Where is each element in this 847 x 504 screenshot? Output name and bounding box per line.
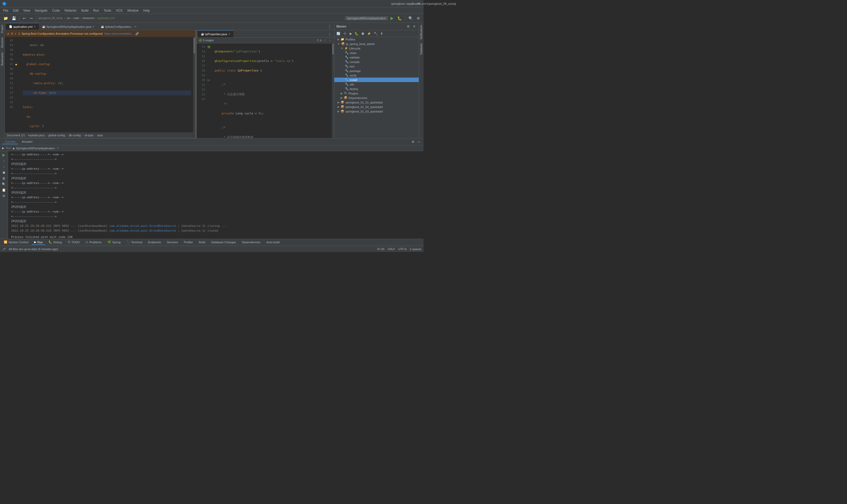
bottom-tab-spring[interactable]: 🌿 Spring bbox=[105, 240, 123, 245]
console-clear-btn[interactable]: 🗑 bbox=[1, 176, 6, 181]
bottom-tab-profiler[interactable]: Profiler bbox=[181, 240, 196, 245]
status-position[interactable]: 47:20 bbox=[377, 248, 384, 251]
breadcrumb-auto[interactable]: auto bbox=[97, 134, 103, 137]
bottom-tab-problems[interactable]: ⚠ Problems bbox=[83, 240, 104, 245]
notifications-tab[interactable]: Notifications bbox=[419, 23, 423, 41]
java-pane-options[interactable]: ⋮ bbox=[327, 32, 333, 37]
sidebar-project-tab[interactable]: Project bbox=[0, 23, 4, 35]
console-scroll-down[interactable]: ↓ bbox=[2, 164, 6, 169]
maven-refresh-button[interactable]: 🔄 bbox=[335, 31, 341, 36]
maven-project-2[interactable]: ▶ 📦 springboot_01_02_quickstart bbox=[334, 105, 419, 109]
toolbar-open-button[interactable]: 📁 bbox=[2, 15, 9, 21]
maven-run-button[interactable]: ▶ bbox=[348, 31, 353, 36]
maven-lifecycle-item[interactable]: ▼ ⚡ Lifecycle bbox=[334, 46, 419, 51]
sidebar-bookmarks-tab[interactable]: Bookmarks bbox=[0, 50, 4, 68]
breadcrumb-mybatis[interactable]: mybatis-plus: bbox=[28, 134, 45, 137]
console-scroll-up[interactable]: ↑ bbox=[2, 159, 6, 163]
next-warning-button[interactable]: ↓ bbox=[328, 38, 332, 42]
maven-download-button[interactable]: ⬇ bbox=[379, 31, 384, 36]
bottom-tab-services[interactable]: Services bbox=[164, 240, 181, 245]
maven-settings-button[interactable]: ⚙ bbox=[406, 24, 411, 29]
tab-ipautoconfiguration[interactable]: ☕ IpAutoConfiguration... ✕ bbox=[98, 23, 140, 30]
menu-item-run[interactable]: Run bbox=[91, 8, 101, 13]
bottom-tab-build[interactable]: Build bbox=[196, 240, 208, 245]
menu-item-help[interactable]: Help bbox=[141, 8, 152, 13]
menu-item-code[interactable]: Code bbox=[50, 8, 62, 13]
console-settings-btn-left[interactable]: ⚙ bbox=[1, 194, 6, 198]
bottom-tab-auto-build[interactable]: Auto-build bbox=[264, 240, 282, 245]
console-filter-btn[interactable]: 🔍 bbox=[1, 182, 7, 186]
console-tab-console[interactable]: Console bbox=[2, 140, 18, 144]
bottom-tab-version-control[interactable]: 🔀 Version Control bbox=[1, 240, 31, 245]
bottom-tab-debug[interactable]: 🐛 Debug bbox=[46, 240, 64, 245]
status-crlf[interactable]: CRLF bbox=[388, 248, 395, 251]
maven-add-button[interactable]: ➕ bbox=[342, 31, 348, 36]
status-indent[interactable]: 2 spaces bbox=[410, 248, 421, 251]
bottom-tab-database-changes[interactable]: Database Changes bbox=[209, 240, 239, 245]
maven-debug-maven-button[interactable]: 🐛 bbox=[354, 31, 360, 36]
maven-project-3[interactable]: ▶ 📦 springboot_01_03_quickstart bbox=[334, 109, 419, 113]
console-content[interactable]: +-----ip-address-----+--num--+ +--------… bbox=[8, 151, 424, 239]
maven-deploy-item[interactable]: 🔧 deploy bbox=[334, 87, 419, 91]
maven-generate-sources-button[interactable]: 🔨 bbox=[373, 31, 379, 36]
yaml-scrollbar[interactable] bbox=[193, 37, 195, 132]
menu-item-navigate[interactable]: Navigate bbox=[33, 8, 50, 13]
maven-compile-item[interactable]: 🔧 compile bbox=[334, 59, 419, 64]
menu-item-build[interactable]: Build bbox=[79, 8, 91, 13]
tab-springboot-app[interactable]: ☕ Springboot08SsmpApplication.java ✕ bbox=[39, 23, 98, 30]
tab-close-ip-properties[interactable]: ✕ bbox=[228, 33, 230, 35]
maven-dependencies-item[interactable]: ▶ 📦 Dependencies bbox=[334, 95, 419, 100]
bottom-tab-endpoints[interactable]: Endpoints bbox=[145, 240, 164, 245]
status-charset[interactable]: UTF-8 bbox=[398, 248, 407, 251]
maven-root-project[interactable]: ▼ 📦 ip_spring_boot_starter bbox=[334, 41, 419, 46]
breadcrumb-id-type[interactable]: id-type: bbox=[85, 134, 94, 137]
maven-install-item[interactable]: 🔧 install bbox=[334, 77, 419, 82]
menu-item-view[interactable]: View bbox=[21, 8, 32, 13]
maven-verify-item[interactable]: 🔧 verify bbox=[334, 73, 419, 77]
toolbar-redo-button[interactable]: ↪ bbox=[28, 15, 34, 21]
debug-button[interactable]: 🐛 bbox=[396, 15, 403, 21]
sidebar-structure-tab[interactable]: Structure bbox=[0, 35, 4, 50]
bottom-tab-run[interactable]: ▶ Run bbox=[32, 240, 45, 245]
maven-profiles-item[interactable]: ▶ 📁 Profiles bbox=[334, 37, 419, 41]
breadcrumb-global-config[interactable]: global-config: bbox=[49, 134, 66, 137]
menu-item-refactor[interactable]: Refactor bbox=[62, 8, 78, 13]
toolbar-save-button[interactable]: 💾 bbox=[10, 15, 17, 21]
maven-project-1[interactable]: ▶ 📦 springboot_01_01_quickstart bbox=[334, 100, 419, 105]
open-documentation-link[interactable]: Open documentation... bbox=[104, 32, 134, 35]
yaml-code-content[interactable]: auto: do mybatis-plus: global-config: db… bbox=[21, 37, 193, 132]
prev-warning-button[interactable]: ↑ bbox=[323, 38, 327, 42]
menu-item-file[interactable]: File bbox=[1, 8, 10, 13]
menu-item-vcs[interactable]: VCS bbox=[114, 8, 125, 13]
maven-skip-tests-button[interactable]: ⚡ bbox=[366, 31, 372, 36]
bottom-tab-todo[interactable]: ☑ TODO bbox=[65, 240, 83, 245]
tab-application-yml[interactable]: 📄 application.yml ✕ bbox=[6, 23, 39, 30]
run-button[interactable]: ▶ bbox=[389, 15, 395, 21]
editor-options-button[interactable]: ⋮ bbox=[326, 23, 333, 30]
bottom-tab-dependencies[interactable]: Dependencies bbox=[239, 240, 263, 245]
search-button[interactable]: 🔍 bbox=[407, 15, 414, 21]
console-settings-button[interactable]: ⚙ bbox=[411, 140, 416, 144]
java-code-content[interactable]: @Component("ipProperties") @Configuratio… bbox=[213, 43, 332, 138]
console-layout-btn[interactable]: 📋 bbox=[1, 188, 7, 193]
menu-item-tools[interactable]: Tools bbox=[102, 8, 113, 13]
console-collapse-button[interactable]: — bbox=[416, 140, 421, 144]
toolbar-undo-button[interactable]: ↩ bbox=[21, 15, 27, 21]
tab-ip-properties[interactable]: ☕ IpProperties.java ✕ bbox=[198, 31, 233, 37]
maven-package-item[interactable]: 🔧 package bbox=[334, 69, 419, 73]
run-config-dropdown[interactable]: Springboot08SsmpApplication bbox=[345, 16, 388, 20]
database-tab[interactable]: Database bbox=[419, 41, 423, 57]
console-tab-actuator[interactable]: Actuator bbox=[19, 140, 35, 144]
tab-close-app[interactable]: ✕ bbox=[92, 25, 94, 28]
maven-collapse-button[interactable]: ✕ bbox=[412, 24, 417, 29]
tab-close-yml[interactable]: ✕ bbox=[34, 25, 36, 28]
maven-clean-item[interactable]: 🔧 clean bbox=[334, 51, 419, 55]
menu-item-edit[interactable]: Edit bbox=[11, 8, 21, 13]
breadcrumb-db-config[interactable]: db-config: bbox=[69, 134, 82, 137]
bottom-tab-terminal[interactable]: ⬛ Terminal bbox=[124, 240, 145, 245]
console-stop-btn[interactable]: ⏹ bbox=[1, 170, 6, 175]
run-tab-close[interactable]: ✕ bbox=[57, 147, 59, 149]
maven-validate-item[interactable]: 🔧 validate bbox=[334, 55, 419, 59]
maven-test-item[interactable]: 🔧 test bbox=[334, 64, 419, 69]
maven-plugins-item[interactable]: ▶ 🔌 Plugins bbox=[334, 91, 419, 95]
